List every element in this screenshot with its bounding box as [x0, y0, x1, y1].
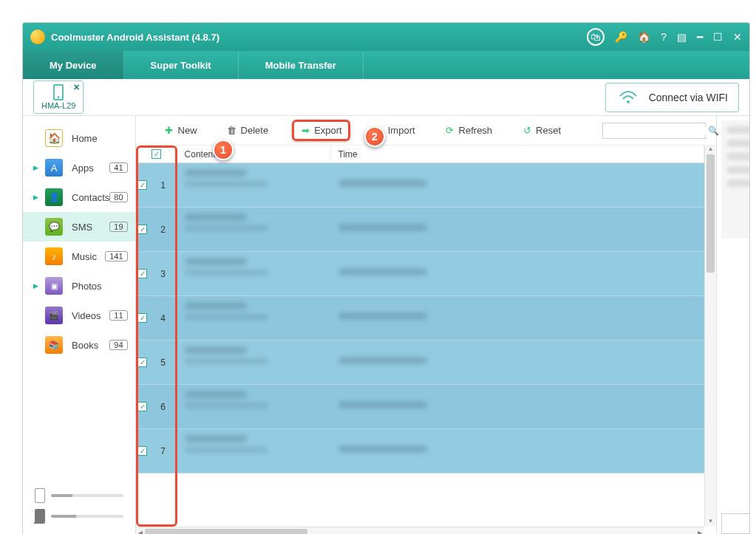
scroll-right-icon[interactable]: ▶ [695, 527, 704, 534]
contacts-icon [45, 188, 63, 206]
export-label: Export [314, 125, 342, 136]
row-time [331, 163, 705, 207]
row-content [177, 296, 331, 340]
table-header: Content Time [177, 146, 705, 163]
row-checkbox[interactable]: ✓ [137, 180, 147, 190]
sidebar-item-contacts[interactable]: ▶Contacts80 [23, 182, 135, 212]
search-icon[interactable]: 🔍 [708, 126, 719, 136]
count-badge: 80 [109, 192, 127, 202]
table-row[interactable]: ✓3 [136, 252, 705, 296]
key-icon[interactable]: 🔑 [615, 31, 627, 43]
new-button[interactable]: ✚New [158, 122, 203, 139]
sd-storage-bar [51, 515, 123, 518]
row-number: 5 [149, 340, 177, 384]
sidebar-item-photos[interactable]: ▶Photos [23, 271, 135, 301]
row-checkbox[interactable]: ✓ [137, 269, 147, 278]
apps-icon [45, 159, 63, 177]
videos-icon [45, 307, 63, 324]
sidebar-item-music[interactable]: ▶Music141 [23, 242, 135, 271]
help-icon[interactable]: ? [661, 31, 667, 43]
phone-icon [53, 84, 64, 100]
sidebar-label: Apps [72, 162, 109, 174]
row-number: 4 [149, 296, 177, 340]
cart-icon[interactable]: 🛍 [587, 28, 605, 46]
row-check-cell: ✓ [136, 163, 149, 207]
row-checkbox[interactable]: ✓ [137, 225, 147, 234]
export-button[interactable]: ➡Export [292, 120, 350, 141]
sidebar-label: Home [72, 133, 128, 144]
row-check-cell: ✓ [136, 429, 149, 473]
preview-panel [717, 116, 750, 534]
connect-wifi-label: Connect via WIFI [649, 92, 728, 103]
vscroll-thumb[interactable] [706, 154, 715, 273]
row-checkbox[interactable]: ✓ [137, 357, 147, 367]
expand-triangle-icon: ▶ [33, 164, 41, 171]
device-tab[interactable]: ✕ HMA-L29 [33, 81, 84, 114]
hscroll-thumb[interactable] [145, 529, 307, 534]
col-time[interactable]: Time [331, 146, 705, 162]
device-strip: ✕ HMA-L29 Connect via WIFI [23, 79, 749, 116]
reset-button[interactable]: ↺Reset [516, 122, 567, 139]
scroll-up-icon[interactable]: ▲ [705, 146, 716, 154]
tab-super-toolkit[interactable]: Super Toolkit [124, 51, 239, 79]
refresh-icon: ⟳ [445, 126, 455, 136]
import-label: Import [388, 125, 415, 136]
search-box[interactable]: 🔍 [602, 123, 706, 139]
minimize-button[interactable]: ━ [697, 31, 703, 43]
expand-triangle-icon: ▶ [33, 194, 41, 201]
tab-mobile-transfer[interactable]: Mobile Transfer [239, 51, 364, 79]
sidebar-item-apps[interactable]: ▶Apps41 [23, 153, 135, 182]
titlebar: Coolmuster Android Assistant (4.8.7) 🛍 🔑… [23, 23, 749, 51]
scroll-down-icon[interactable]: ▼ [705, 518, 716, 527]
row-checkbox[interactable]: ✓ [137, 402, 147, 411]
sidebar-label: Music [72, 251, 105, 262]
trash-icon: 🗑 [227, 126, 237, 136]
body: ▶Home▶Apps41▶Contacts80▶SMS19▶Music141▶P… [23, 116, 749, 534]
horizontal-scrollbar[interactable]: ◀ ▶ [136, 527, 705, 534]
delete-button[interactable]: 🗑Delete [221, 122, 275, 139]
connect-wifi-button[interactable]: Connect via WIFI [605, 83, 739, 112]
sms-table: ✓ Content Time ✓1✓2✓3✓4✓5✓6✓7 ▲ ▼ ◀ [136, 146, 717, 534]
nav-list: ▶Home▶Apps41▶Contacts80▶SMS19▶Music141▶P… [23, 116, 135, 482]
tab-my-device[interactable]: My Device [23, 51, 124, 79]
row-content [177, 340, 331, 384]
sidebar-item-home[interactable]: ▶Home [23, 123, 135, 153]
table-row[interactable]: ✓7 [136, 429, 705, 473]
table-rows: ✓1✓2✓3✓4✓5✓6✓7 [136, 163, 705, 527]
row-number: 3 [149, 252, 177, 295]
count-badge: 94 [109, 340, 127, 350]
close-button[interactable]: ✕ [733, 31, 742, 43]
table-row[interactable]: ✓6 [136, 385, 705, 429]
plus-icon: ✚ [164, 126, 174, 136]
sidebar-label: Contacts [72, 192, 109, 203]
sidebar-item-videos[interactable]: ▶Videos11 [23, 301, 135, 330]
main-panel: ✚New 🗑Delete ➡Export ⬅Import ⟳Refresh ↺R… [136, 116, 718, 534]
wifi-icon [616, 88, 640, 107]
reply-input[interactable] [721, 513, 750, 534]
sidebar-item-sms[interactable]: ▶SMS19 [23, 212, 135, 242]
row-checkbox[interactable]: ✓ [137, 446, 147, 456]
table-row[interactable]: ✓2 [136, 208, 705, 252]
col-content[interactable]: Content [177, 146, 331, 162]
feedback-icon[interactable]: ▤ [677, 31, 687, 43]
row-check-cell: ✓ [136, 252, 149, 295]
row-content [177, 208, 331, 251]
titlebar-controls: 🛍 🔑 🏠 ? ▤ ━ ☐ ✕ [587, 28, 742, 46]
refresh-button[interactable]: ⟳Refresh [439, 122, 499, 139]
search-input[interactable] [606, 126, 708, 135]
sms-icon [45, 218, 63, 236]
home-icon[interactable]: 🏠 [638, 31, 650, 43]
table-row[interactable]: ✓1 [136, 163, 705, 208]
maximize-button[interactable]: ☐ [713, 31, 723, 43]
sidebar-item-books[interactable]: ▶Books94 [23, 330, 135, 360]
row-checkbox[interactable]: ✓ [137, 313, 147, 323]
export-arrow-icon: ➡ [300, 126, 310, 136]
table-row[interactable]: ✓5 [136, 340, 705, 385]
scroll-left-icon[interactable]: ◀ [136, 527, 145, 534]
vertical-scrollbar[interactable]: ▲ ▼ [704, 146, 716, 527]
close-device-icon[interactable]: ✕ [73, 83, 80, 92]
table-row[interactable]: ✓4 [136, 296, 705, 340]
count-badge: 19 [109, 222, 127, 232]
home-icon [45, 129, 63, 147]
row-content [177, 429, 331, 473]
